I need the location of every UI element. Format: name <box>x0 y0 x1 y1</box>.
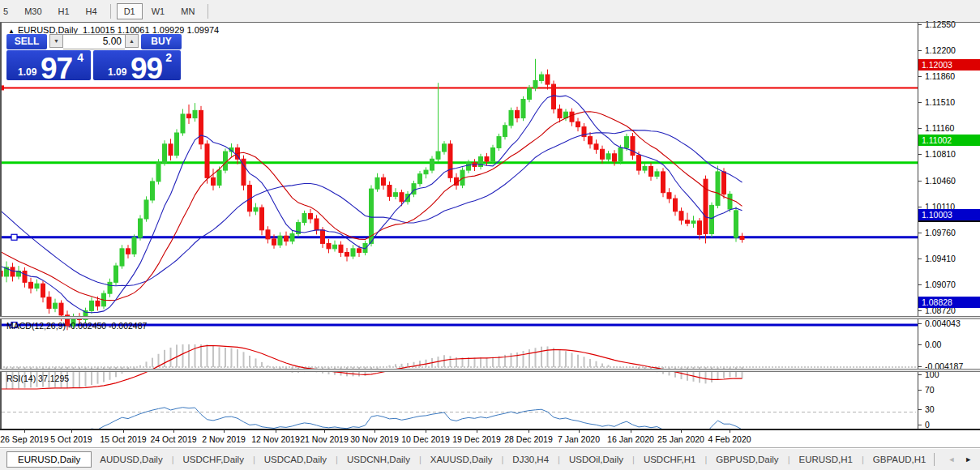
candle <box>272 239 276 245</box>
date-tick-mark <box>730 430 730 433</box>
price-tick-label: 1.12550 <box>925 19 956 29</box>
sell-price-big: 97 <box>41 52 72 86</box>
buy-price-box[interactable]: 1.09 99 2 <box>93 50 181 80</box>
volume-up-icon[interactable]: ▲ <box>125 34 139 48</box>
macd-tick-mark <box>918 366 922 367</box>
date-label: 10 Dec 2019 <box>401 434 450 444</box>
candle <box>169 144 173 156</box>
tab-eurusd-h1[interactable]: EURUSD,H1 <box>790 451 860 468</box>
candles <box>0 59 744 331</box>
timeframe-button-mn[interactable]: MN <box>173 3 202 19</box>
tab-xauusd-daily[interactable]: XAUUSD,Daily <box>422 451 501 468</box>
tab-dj30-h4[interactable]: DJ30,H4 <box>504 451 557 468</box>
tab-gbpaud-h1[interactable]: GBPAUD,H1 <box>865 451 935 468</box>
date-label: 21 Nov 2019 <box>300 434 349 444</box>
candle <box>96 301 100 306</box>
sell-price-prefix: 1.09 <box>18 66 36 78</box>
toolbar-separator <box>208 4 208 19</box>
buy-price-prefix: 1.09 <box>108 66 126 78</box>
candle <box>11 267 15 276</box>
tab-usdcad-daily[interactable]: USDCAD,Daily <box>256 451 335 468</box>
candle <box>205 144 209 177</box>
price-tick-mark <box>918 258 922 259</box>
candle <box>29 282 33 288</box>
tab-usdchf-daily[interactable]: USDCHF,Daily <box>175 451 252 468</box>
tab-gbpusd-daily[interactable]: GBPUSD,Daily <box>708 451 786 468</box>
date-label: 19 Dec 2019 <box>452 434 501 444</box>
candle <box>41 284 45 297</box>
price-tick-label: 1.11860 <box>925 71 955 81</box>
tab-usdoil-daily[interactable]: USDOil,Daily <box>561 451 631 468</box>
macd-tick-label: 0.004043 <box>925 318 961 328</box>
timeframe-button-5[interactable]: 5 <box>1 3 15 19</box>
date-label: 12 Nov 2019 <box>251 434 300 444</box>
rsi-tick-label: 70 <box>925 385 935 395</box>
price-tick-mark <box>918 310 922 311</box>
candle <box>467 163 471 170</box>
tab-eurusd-daily[interactable]: EURUSD,Daily <box>6 451 92 468</box>
timeframe-button-m30[interactable]: M30 <box>17 3 49 19</box>
macd-tick-label: 0.00 <box>925 340 941 349</box>
candle <box>59 303 63 315</box>
candle <box>710 205 714 233</box>
candle <box>278 236 282 245</box>
price-axis: 1.125501.122001.118601.115101.111601.108… <box>918 23 980 429</box>
tab-audusd-daily[interactable]: AUDUSD,Daily <box>92 451 170 468</box>
candle <box>290 233 294 241</box>
candle <box>497 137 501 148</box>
timeframe-button-h4[interactable]: H4 <box>79 3 105 19</box>
candle <box>363 243 367 252</box>
tab-scroll-right-icon[interactable]: ► <box>960 454 977 465</box>
volume-input[interactable]: 5.00 <box>63 34 125 49</box>
volume-down-icon[interactable]: ▼ <box>49 34 63 48</box>
candle <box>418 174 422 184</box>
date-tick-mark <box>631 430 631 433</box>
candle <box>570 112 574 122</box>
price-tick-mark <box>918 102 922 103</box>
candle <box>212 177 216 185</box>
volume-stepper: ▼ 5.00 ▲ <box>49 34 139 49</box>
timeframe-button-h1[interactable]: H1 <box>51 3 77 19</box>
candle <box>327 243 331 248</box>
pane-splitter[interactable] <box>0 369 980 372</box>
price-tick-mark <box>918 207 922 207</box>
hline-1.10003[interactable] <box>0 234 918 240</box>
candle <box>594 144 598 149</box>
date-label: 24 Oct 2019 <box>150 434 196 444</box>
timeframe-button-w1[interactable]: W1 <box>144 3 173 19</box>
price-tick-mark <box>918 128 922 129</box>
tab-usdchf-h1[interactable]: USDCHF,H1 <box>636 451 704 468</box>
tab-usdcnh-daily[interactable]: USDCNH,Daily <box>339 451 418 468</box>
date-tick-mark <box>123 430 124 433</box>
tab-separator <box>934 453 935 466</box>
candle <box>35 284 39 288</box>
candle <box>540 75 544 80</box>
buy-button[interactable]: BUY <box>141 34 182 49</box>
price-tick-label: 1.11160 <box>925 123 954 133</box>
candle <box>625 137 629 148</box>
candle <box>302 214 306 223</box>
timeframe-button-d1[interactable]: D1 <box>117 3 143 19</box>
macd-tick-mark <box>918 344 922 345</box>
sell-price-box[interactable]: 1.09 97 4 <box>6 50 91 80</box>
rsi-tick-mark <box>918 374 922 375</box>
candle <box>156 163 160 182</box>
candle <box>691 221 695 224</box>
date-label: 5 Oct 2019 <box>50 434 92 444</box>
date-tick-mark <box>426 430 426 433</box>
hline-1.12003[interactable] <box>0 85 918 90</box>
candle <box>266 230 270 239</box>
price-badge-1.12003: 1.12003 <box>918 59 980 70</box>
price-tick-mark <box>918 154 922 155</box>
candle <box>637 156 641 170</box>
date-tick-mark <box>477 430 477 433</box>
one-click-trading-panel: SELL ▼ 5.00 ▲ BUY 1.09 97 4 1.09 99 2 <box>6 34 184 80</box>
tab-scroll-left-icon[interactable]: ◄ <box>943 454 960 465</box>
price-tick-mark <box>918 24 922 25</box>
sell-button[interactable]: SELL <box>6 34 47 49</box>
candle <box>436 152 440 159</box>
pane-splitter[interactable] <box>0 316 980 319</box>
candle <box>533 80 537 88</box>
price-tick-mark <box>918 50 922 51</box>
candle <box>722 172 726 194</box>
